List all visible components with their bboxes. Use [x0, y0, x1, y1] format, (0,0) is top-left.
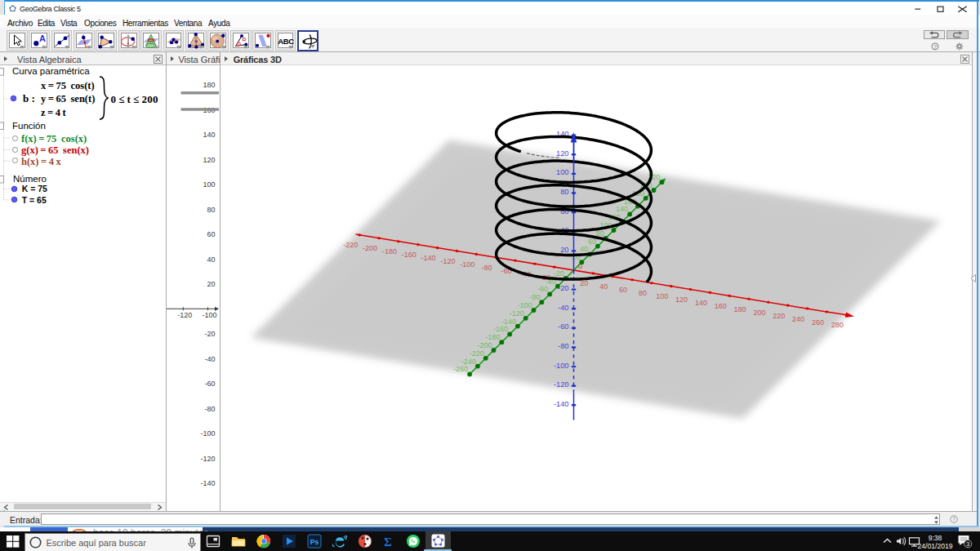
svg-text:-140: -140 — [554, 400, 569, 408]
svg-text:80: 80 — [207, 206, 215, 214]
svg-text:-260: -260 — [453, 365, 468, 373]
svg-text:240: 240 — [792, 315, 804, 323]
svg-text:ABC: ABC — [278, 36, 294, 45]
svg-text:60: 60 — [207, 230, 215, 238]
svg-text:180: 180 — [734, 305, 746, 313]
svg-text:-140: -140 — [501, 318, 516, 326]
svg-text:-60: -60 — [537, 285, 548, 293]
svg-text:140: 140 — [695, 299, 707, 307]
svg-text:-120: -120 — [554, 380, 569, 389]
svg-text:-80: -80 — [529, 293, 540, 301]
svg-text:100: 100 — [656, 292, 668, 300]
svg-text:-160: -160 — [402, 251, 416, 259]
svg-text:3: 3 — [966, 540, 969, 548]
svg-text:Ps: Ps — [310, 538, 319, 546]
svg-text:120: 120 — [675, 295, 688, 304]
svg-text:-80: -80 — [482, 264, 492, 272]
svg-text:100: 100 — [556, 168, 569, 176]
svg-text:-80: -80 — [558, 342, 568, 350]
svg-text:-200: -200 — [363, 244, 377, 252]
svg-text:280: 280 — [831, 321, 844, 329]
svg-text:-20: -20 — [558, 284, 568, 292]
svg-text:-200: -200 — [477, 341, 492, 349]
svg-text:140: 140 — [203, 131, 215, 139]
svg-text:-140: -140 — [421, 254, 436, 262]
svg-text:?: ? — [933, 42, 936, 50]
svg-text:260: 260 — [812, 318, 824, 327]
svg-text:-100: -100 — [554, 362, 569, 370]
svg-text:180: 180 — [203, 81, 215, 89]
svg-text:220: 220 — [773, 312, 785, 320]
svg-text:20: 20 — [560, 246, 568, 254]
svg-text:A: A — [39, 33, 46, 42]
svg-text:40: 40 — [207, 256, 215, 264]
svg-text:-220: -220 — [470, 349, 484, 358]
svg-text:20: 20 — [207, 280, 215, 288]
svg-text:-140: -140 — [200, 479, 215, 487]
svg-text:20: 20 — [580, 279, 588, 287]
svg-text:120: 120 — [203, 156, 215, 164]
svg-text:120: 120 — [556, 149, 569, 158]
svg-text:-40: -40 — [204, 355, 215, 363]
svg-text:-60: -60 — [204, 380, 215, 388]
svg-text:-20: -20 — [554, 269, 564, 278]
svg-text:-160: -160 — [493, 325, 508, 333]
svg-text:-100: -100 — [460, 260, 474, 269]
svg-text:-100: -100 — [202, 311, 216, 319]
svg-text:-40: -40 — [558, 304, 568, 312]
svg-text:40: 40 — [599, 282, 608, 291]
svg-text:-20: -20 — [204, 330, 215, 338]
svg-text:100: 100 — [203, 180, 215, 189]
svg-text:-120: -120 — [510, 309, 524, 318]
svg-text:Σ: Σ — [384, 535, 392, 549]
svg-text:-120: -120 — [440, 257, 455, 265]
svg-text:?: ? — [952, 516, 956, 522]
svg-text:160: 160 — [715, 302, 727, 310]
svg-text:60: 60 — [619, 286, 627, 294]
svg-text:-120: -120 — [200, 455, 215, 463]
svg-text:-220: -220 — [343, 241, 358, 249]
svg-text:40: 40 — [580, 245, 588, 253]
svg-text:200: 200 — [753, 309, 765, 317]
svg-text:-80: -80 — [204, 405, 215, 413]
svg-text:-180: -180 — [382, 247, 397, 256]
svg-text:-60: -60 — [558, 322, 568, 331]
svg-text:80: 80 — [639, 289, 647, 297]
svg-text:-120: -120 — [177, 311, 192, 319]
svg-text:-240: -240 — [461, 358, 476, 366]
svg-text:-180: -180 — [485, 333, 500, 341]
svg-text:140: 140 — [616, 205, 628, 213]
svg-text:80: 80 — [560, 188, 568, 196]
svg-text:-100: -100 — [517, 301, 532, 309]
svg-text:-100: -100 — [200, 429, 215, 438]
